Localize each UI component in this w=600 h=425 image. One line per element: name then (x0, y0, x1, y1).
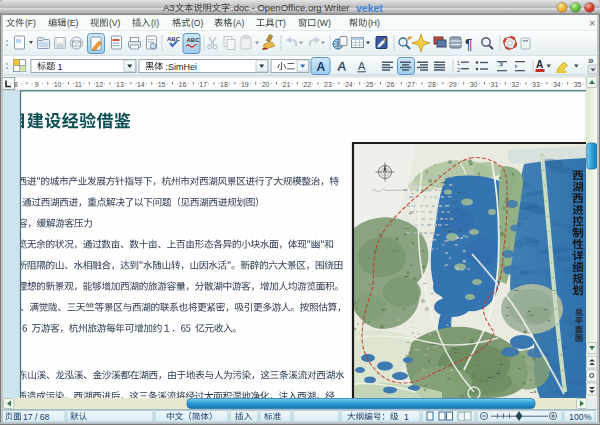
svg-text:19: 19 (241, 81, 249, 88)
svg-text:(I): (I) (151, 18, 159, 28)
svg-text:17: 17 (199, 81, 207, 88)
svg-text:(T): (T) (275, 18, 286, 28)
svg-text:100%: 100% (569, 412, 592, 422)
svg-text:(O): (O) (191, 18, 204, 28)
svg-text:.doc - OpenOffice.org Writer: .doc - OpenOffice.org Writer (231, 2, 349, 13)
svg-text:(F): (F) (25, 18, 36, 28)
svg-text:27: 27 (407, 81, 415, 88)
svg-text:30: 30 (470, 81, 478, 88)
svg-text:»: » (588, 55, 594, 66)
svg-text:14: 14 (137, 81, 145, 88)
svg-text:16: 16 (179, 81, 187, 88)
svg-text:22: 22 (303, 81, 311, 88)
svg-text:17 / 68: 17 / 68 (23, 412, 50, 422)
svg-text:20: 20 (262, 81, 270, 88)
svg-text:1: 1 (404, 412, 409, 422)
svg-text:(H): (H) (368, 18, 380, 28)
svg-text:2: 2 (457, 67, 460, 73)
svg-text:(V): (V) (109, 18, 121, 28)
svg-text:18: 18 (220, 81, 228, 88)
svg-text::SimHei: :SimHei (165, 62, 197, 72)
svg-text:13: 13 (116, 81, 124, 88)
svg-text:23: 23 (324, 81, 332, 88)
svg-text:ABC: ABC (167, 36, 181, 42)
svg-text:15: 15 (158, 81, 166, 88)
svg-text:(A): (A) (233, 18, 245, 28)
svg-text:31: 31 (491, 81, 499, 88)
svg-text:A: A (536, 59, 543, 70)
svg-text:8: 8 (14, 81, 18, 88)
svg-text:×: × (589, 17, 595, 29)
svg-text:11: 11 (75, 81, 82, 88)
svg-text:10: 10 (54, 81, 62, 88)
svg-text:A: A (358, 60, 366, 72)
svg-text:A: A (317, 60, 326, 74)
svg-text:1: 1 (457, 60, 460, 66)
svg-text:25: 25 (366, 81, 374, 88)
svg-text:ABC: ABC (187, 37, 201, 43)
svg-text:(W): (W) (317, 18, 331, 28)
svg-text:29: 29 (449, 81, 457, 88)
svg-text:12: 12 (95, 81, 103, 88)
svg-text:28: 28 (428, 81, 436, 88)
svg-text:34: 34 (553, 81, 561, 88)
svg-text:24: 24 (345, 81, 353, 88)
svg-text:9: 9 (35, 81, 39, 88)
svg-text:33: 33 (532, 81, 540, 88)
svg-text:32: 32 (511, 81, 519, 88)
svg-text:26: 26 (387, 81, 395, 88)
svg-text:21: 21 (283, 81, 291, 88)
svg-text:(E): (E) (67, 18, 79, 28)
svg-text:A3: A3 (163, 2, 175, 13)
svg-text:¶: ¶ (465, 36, 473, 52)
svg-text:veket: veket (356, 2, 383, 14)
svg-text:1: 1 (57, 62, 62, 72)
svg-text:35: 35 (574, 81, 582, 88)
